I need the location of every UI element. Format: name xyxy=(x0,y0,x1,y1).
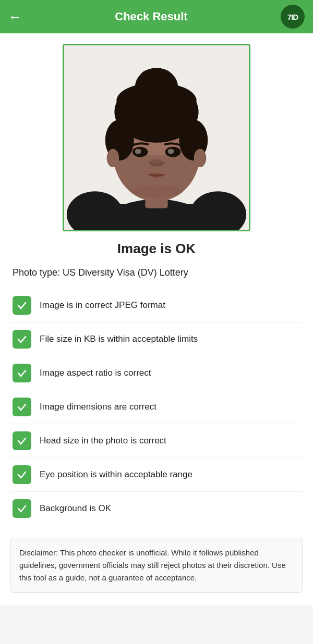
check-item-background: Background is OK xyxy=(10,492,303,525)
check-icon-headsize xyxy=(13,431,31,450)
svg-point-18 xyxy=(168,149,174,154)
svg-point-20 xyxy=(131,185,182,197)
check-item-dimensions: Image dimensions are correct xyxy=(10,390,303,424)
svg-point-22 xyxy=(194,149,207,167)
check-icon-filesize xyxy=(13,330,31,349)
back-button[interactable]: ← xyxy=(8,10,22,23)
passport-photo xyxy=(64,45,249,230)
photo-frame xyxy=(63,44,250,231)
app-header: ← Check Result 7ID xyxy=(0,0,313,33)
svg-point-21 xyxy=(107,149,119,167)
check-item-aspect: Image aspect ratio is correct xyxy=(10,356,303,390)
check-label-background: Background is OK xyxy=(40,503,111,514)
disclaimer-text: Disclaimer: This photo checker is unoffi… xyxy=(19,548,286,582)
check-label-jpeg: Image is in correct JPEG format xyxy=(40,300,165,311)
app-logo: 7ID xyxy=(281,5,305,29)
check-list: Image is in correct JPEG format File siz… xyxy=(10,289,303,525)
check-icon-background xyxy=(13,499,31,518)
check-item-headsize: Head size in the photo is correct xyxy=(10,424,303,458)
photo-container xyxy=(10,44,303,231)
check-label-headsize: Head size in the photo is correct xyxy=(40,435,166,447)
page-title: Check Result xyxy=(22,10,281,23)
photo-type-label: Photo type: US Diversity Visa (DV) Lotte… xyxy=(10,267,303,278)
check-label-dimensions: Image dimensions are correct xyxy=(40,401,156,413)
svg-point-14 xyxy=(116,83,196,119)
check-item-eyepos: Eye position is within acceptable range xyxy=(10,458,303,492)
main-content: Image is OK Photo type: US Diversity Vis… xyxy=(0,33,313,605)
check-label-eyepos: Eye position is within acceptable range xyxy=(40,469,192,480)
check-icon-dimensions xyxy=(13,398,31,416)
disclaimer-box: Disclaimer: This photo checker is unoffi… xyxy=(10,538,303,593)
check-label-filesize: File size in KB is within acceptable lim… xyxy=(40,333,198,345)
svg-point-17 xyxy=(135,149,141,154)
check-icon-aspect xyxy=(13,364,31,382)
check-label-aspect: Image aspect ratio is correct xyxy=(40,367,151,379)
check-icon-eyepos xyxy=(13,465,31,484)
status-title: Image is OK xyxy=(10,241,303,257)
check-item-filesize: File size in KB is within acceptable lim… xyxy=(10,323,303,356)
check-item-jpeg: Image is in correct JPEG format xyxy=(10,289,303,323)
check-icon-jpeg xyxy=(13,296,31,315)
